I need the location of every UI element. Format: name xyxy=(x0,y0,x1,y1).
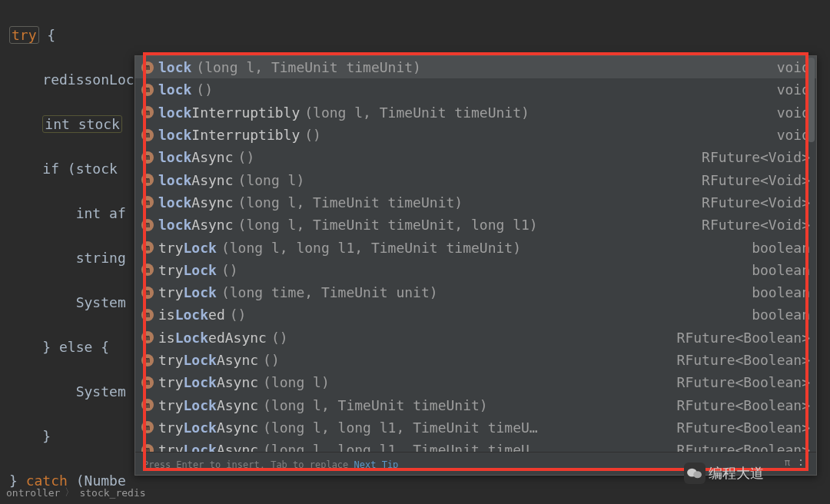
completion-params: () xyxy=(196,81,213,98)
completion-return-type: void xyxy=(777,59,810,75)
completion-item[interactable]: mtryLockAsync(long l, long l1, TimeUnit … xyxy=(135,416,816,439)
method-icon: m xyxy=(141,331,154,343)
chevron-right-icon: 〉 xyxy=(65,486,75,499)
completion-item[interactable]: mlockAsync(long l)RFuture<Void> xyxy=(135,168,816,191)
completion-name: lock xyxy=(158,81,191,98)
method-icon: m xyxy=(141,106,154,118)
completion-return-type: RFuture<Boolean> xyxy=(677,419,810,436)
completion-item[interactable]: mlock(long l, TimeUnit timeUnit)void xyxy=(135,56,816,78)
method-icon: m xyxy=(141,444,154,452)
autocomplete-popup[interactable]: mlock(long l, TimeUnit timeUnit)voidmloc… xyxy=(134,55,817,476)
method-icon: m xyxy=(141,129,154,141)
completion-item[interactable]: mlockInterruptibly(long l, TimeUnit time… xyxy=(135,101,816,124)
completion-params: (long l, TimeUnit timeUnit) xyxy=(238,194,463,211)
completion-name: lockAsync xyxy=(158,172,234,188)
completion-params: (long l, TimeUnit timeUnit) xyxy=(304,104,530,121)
completion-name: lockAsync xyxy=(158,217,234,233)
method-icon: m xyxy=(141,264,154,276)
completion-params: () xyxy=(304,127,321,143)
completion-name: tryLockAsync xyxy=(158,352,258,368)
method-icon: m xyxy=(141,376,154,389)
watermark: 编程大道 xyxy=(684,458,822,489)
method-icon: m xyxy=(141,287,154,299)
scrollbar[interactable] xyxy=(808,58,815,448)
completion-params: (long l, TimeUnit timeUnit, long l1) xyxy=(238,217,538,233)
completion-item[interactable]: mlock()void xyxy=(135,78,816,101)
completion-name: lockAsync xyxy=(158,149,234,165)
method-icon: m xyxy=(141,354,154,366)
completion-name: lockAsync xyxy=(158,194,234,211)
completion-params: (long l) xyxy=(263,374,330,390)
completion-return-type: RFuture<Boolean> xyxy=(677,352,810,368)
method-icon: m xyxy=(141,399,154,411)
completion-return-type: boolean xyxy=(752,240,810,256)
completion-return-type: RFuture<Boolean> xyxy=(677,330,810,346)
completion-item[interactable]: mtryLockAsync(long l, long l1, TimeUnit … xyxy=(135,439,816,452)
completion-item[interactable]: mtryLock()boolean xyxy=(135,259,816,281)
completion-params: () xyxy=(238,149,255,165)
completion-name: lockInterruptibly xyxy=(158,127,300,143)
completion-return-type: void xyxy=(777,81,810,98)
completion-params: (long l) xyxy=(238,172,305,188)
scrollbar-thumb[interactable] xyxy=(808,58,815,142)
completion-item[interactable]: misLockedAsync()RFuture<Boolean> xyxy=(135,327,816,349)
next-tip-link[interactable]: Next Tip xyxy=(354,459,399,470)
completion-name: tryLockAsync xyxy=(158,374,258,390)
completion-name: isLockedAsync xyxy=(158,330,267,346)
completion-return-type: RFuture<Void> xyxy=(702,194,810,211)
completion-return-type: boolean xyxy=(752,307,810,323)
completion-return-type: RFuture<Boolean> xyxy=(677,442,810,452)
completion-item[interactable]: mtryLockAsync(long l, TimeUnit timeUnit)… xyxy=(135,393,816,416)
completion-item[interactable]: mlockAsync(long l, TimeUnit timeUnit)RFu… xyxy=(135,191,816,214)
svg-point-1 xyxy=(693,471,702,478)
completion-name: tryLock xyxy=(158,262,217,278)
completion-return-type: RFuture<Void> xyxy=(702,149,810,165)
wechat-icon xyxy=(684,463,706,484)
completion-params: () xyxy=(221,262,238,278)
completion-name: tryLockAsync xyxy=(158,419,258,436)
completion-name: lock xyxy=(158,59,191,75)
completion-params: () xyxy=(263,352,280,368)
completion-params: () xyxy=(230,307,247,323)
completion-name: tryLockAsync xyxy=(158,442,258,452)
completion-return-type: RFuture<Boolean> xyxy=(677,397,810,413)
completion-name: tryLockAsync xyxy=(158,397,258,413)
completion-params: (long l, long l1, TimeUnit timeU… xyxy=(263,419,538,436)
completion-item[interactable]: mlockInterruptibly()void xyxy=(135,124,816,146)
completion-params: (long time, TimeUnit unit) xyxy=(221,284,438,300)
completion-params: (long l, TimeUnit timeUnit) xyxy=(263,397,488,413)
keyword-try: try xyxy=(9,26,39,44)
completion-item[interactable]: mtryLockAsync(long l)RFuture<Boolean> xyxy=(135,371,816,393)
completion-params: (long l, TimeUnit timeUnit) xyxy=(196,59,421,75)
completion-params: (long l, long l1, TimeUnit timeU… xyxy=(263,442,538,452)
method-icon: m xyxy=(141,84,154,96)
completion-name: tryLock xyxy=(158,240,217,256)
completion-params: (long l, long l1, TimeUnit timeUnit) xyxy=(221,240,521,256)
completion-item[interactable]: mtryLock(long l, long l1, TimeUnit timeU… xyxy=(135,236,816,258)
completion-return-type: void xyxy=(777,104,810,121)
method-icon: m xyxy=(141,151,154,164)
completion-name: tryLock xyxy=(158,284,217,300)
completion-item[interactable]: mlockAsync()RFuture<Void> xyxy=(135,146,816,168)
completion-item[interactable]: mlockAsync(long l, TimeUnit timeUnit, lo… xyxy=(135,214,816,236)
completion-return-type: RFuture<Void> xyxy=(702,172,810,188)
completion-return-type: boolean xyxy=(752,284,810,300)
completion-item[interactable]: mtryLockAsync()RFuture<Boolean> xyxy=(135,349,816,371)
completion-return-type: boolean xyxy=(752,262,810,278)
method-icon: m xyxy=(141,196,154,208)
completion-return-type: void xyxy=(777,127,810,143)
method-icon: m xyxy=(141,241,154,254)
completion-params: () xyxy=(271,330,288,346)
method-icon: m xyxy=(141,309,154,321)
completion-return-type: RFuture<Boolean> xyxy=(677,374,810,390)
method-icon: m xyxy=(141,174,154,186)
method-icon: m xyxy=(141,219,154,231)
completion-item[interactable]: misLocked()boolean xyxy=(135,303,816,326)
method-icon: m xyxy=(141,61,154,74)
completion-item[interactable]: mtryLock(long time, TimeUnit unit)boolea… xyxy=(135,281,816,303)
breadcrumb[interactable]: ontroller 〉 stock_redis xyxy=(6,486,146,499)
completion-return-type: RFuture<Void> xyxy=(702,217,810,233)
completion-name: lockInterruptibly xyxy=(158,104,300,121)
method-icon: m xyxy=(141,421,154,433)
completion-name: isLocked xyxy=(158,307,225,323)
